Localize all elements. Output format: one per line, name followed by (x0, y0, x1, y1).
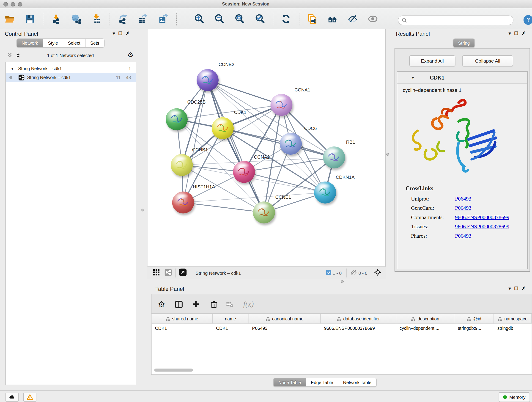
open-file-icon[interactable] (3, 13, 16, 25)
table-options-gear-icon[interactable]: ⚙ (156, 298, 167, 310)
zoom-in-icon[interactable] (193, 13, 205, 25)
edge-CDKN1A-HIST1H1A[interactable] (183, 192, 325, 203)
cell-shared-name[interactable]: CDK1 (152, 324, 213, 333)
column-header-canonical-name[interactable]: canonical name (249, 314, 321, 324)
column-header-shared-name[interactable]: shared name (152, 314, 213, 324)
edge-HIST1H1A-CCNE1[interactable] (183, 203, 264, 213)
crosslink-link[interactable]: P06493 (455, 205, 471, 211)
cell-database-identifier[interactable]: 9606.ENSP00000378699 (321, 324, 396, 333)
expand-all-networks-icon[interactable] (7, 52, 13, 60)
edge-CDK1-RB1[interactable] (223, 128, 334, 158)
close-panel-icon[interactable]: ✗ (522, 286, 525, 291)
delete-table-icon[interactable] (224, 298, 235, 310)
tab-select[interactable]: Select (63, 39, 85, 47)
node-CCNA1[interactable] (271, 94, 293, 116)
copy-document-icon[interactable] (306, 13, 318, 25)
close-panel-icon[interactable]: ✗ (126, 31, 129, 36)
selected-checkbox-icon[interactable] (326, 270, 331, 276)
node-CDC6[interactable] (280, 133, 302, 155)
collapse-all-button[interactable]: Collapse All (462, 56, 513, 66)
zoom-fit-icon[interactable] (234, 13, 246, 25)
show-column-icon[interactable] (173, 298, 185, 310)
float-panel-icon[interactable]: ▾ (509, 286, 511, 291)
edge-CCNB2-CCNE1[interactable] (208, 80, 264, 213)
crosslink-link[interactable]: 9606.ENSP00000378699 (455, 223, 509, 230)
maximize-panel-icon[interactable]: ❑ (514, 286, 518, 291)
warning-status-button[interactable] (23, 393, 36, 402)
float-panel-icon[interactable]: ▾ (113, 31, 115, 36)
node-CCNB1[interactable] (171, 154, 193, 176)
node-CCNA2[interactable] (233, 161, 255, 183)
node-CDC25B[interactable] (166, 108, 188, 130)
tab-network-table[interactable]: Network Table (338, 378, 376, 386)
network-canvas[interactable]: CCNB2 CCNA1 CDC25B CDK1 (147, 29, 386, 279)
node-table[interactable]: shared namename canonical name database … (151, 313, 532, 375)
create-column-plus-icon[interactable] (190, 298, 202, 310)
hidden-eye-slash-icon[interactable] (350, 269, 357, 277)
cell-name[interactable]: CDK1 (213, 324, 249, 333)
help-button[interactable]: ? (524, 15, 532, 25)
maximize-panel-icon[interactable]: ❑ (119, 31, 122, 36)
node-CCNB2[interactable] (196, 69, 219, 91)
show-graphics-details-icon[interactable] (367, 13, 379, 25)
node-CDKN1A[interactable] (314, 182, 336, 204)
column-header-name[interactable]: name (213, 314, 249, 324)
search-box[interactable] (398, 16, 513, 25)
crosslink-link[interactable]: P06493 (455, 196, 471, 202)
cell--id[interactable]: stringdb:9... (455, 324, 494, 333)
table-row[interactable]: CDK1CDK1P064939606.ENSP00000378699cyclin… (152, 324, 532, 333)
tab-node-table[interactable]: Node Table (273, 378, 306, 386)
float-panel-icon[interactable]: ▾ (509, 31, 511, 36)
tab-string[interactable]: String (453, 39, 475, 47)
tab-edge-table[interactable]: Edge Table (306, 378, 338, 386)
search-input[interactable] (407, 17, 510, 23)
node-HIST1H1A[interactable] (172, 191, 194, 214)
horizontal-scrollbar-thumb[interactable] (154, 369, 193, 372)
column-header--id[interactable]: @id (455, 314, 494, 324)
expand-all-button[interactable]: Expand All (409, 56, 456, 66)
export-table-icon[interactable] (137, 13, 149, 25)
import-database-icon[interactable] (70, 13, 82, 25)
cloud-status-button[interactable] (6, 393, 19, 402)
network-collection-row[interactable]: ▼ String Network – cdk1 1 (6, 64, 136, 73)
import-network-icon[interactable] (50, 13, 62, 25)
string-badge-gray-icon[interactable] (165, 269, 172, 277)
hide-graphics-details-icon[interactable] (346, 13, 359, 25)
network-row-selected[interactable]: String Network – cdk1 11 48 (6, 73, 136, 82)
memory-button[interactable]: Memory (499, 392, 530, 402)
zoom-selected-icon[interactable] (254, 13, 266, 25)
tab-style[interactable]: Style (43, 39, 63, 47)
cell-description[interactable]: cyclin–dependent ... (396, 324, 455, 333)
maximize-panel-icon[interactable]: ❑ (514, 31, 518, 36)
export-network-icon[interactable] (117, 13, 129, 25)
network-overview-icon[interactable] (326, 13, 339, 25)
zoom-out-icon[interactable] (213, 13, 225, 25)
right-splitter-handle[interactable] (386, 153, 389, 156)
node-CDK1[interactable] (212, 117, 234, 139)
function-builder-fx[interactable]: f(x) (240, 298, 257, 310)
refresh-layout-icon[interactable] (280, 13, 292, 25)
collapse-entry-arrow-icon[interactable]: ▼ (411, 75, 415, 80)
cell-canonical-name[interactable]: P06493 (249, 324, 321, 333)
crosslink-link[interactable]: P06493 (455, 233, 471, 239)
node-details-header[interactable]: ▼ CDK1 (397, 71, 527, 84)
save-session-icon[interactable] (24, 13, 36, 25)
bottom-splitter-handle[interactable] (341, 280, 344, 283)
column-header-namespace[interactable]: namespace (494, 314, 532, 324)
collapse-all-networks-icon[interactable] (15, 52, 21, 60)
column-header-description[interactable]: description (396, 314, 455, 324)
tab-network[interactable]: Network (17, 39, 43, 47)
birdseye-grid-icon[interactable] (153, 269, 160, 277)
network-options-gear-icon[interactable]: ⚙ (128, 51, 133, 59)
open-in-window-icon[interactable] (179, 269, 187, 278)
close-panel-icon[interactable]: ✗ (522, 31, 525, 36)
column-header-database-identifier[interactable]: database identifier (321, 314, 396, 324)
delete-column-trash-icon[interactable] (208, 298, 220, 310)
cell-namespace[interactable]: stringdb (494, 324, 532, 333)
node-RB1[interactable] (323, 147, 345, 168)
left-splitter-handle[interactable] (141, 209, 144, 211)
import-table-icon[interactable] (90, 13, 103, 25)
node-CCNE1[interactable] (253, 201, 275, 223)
tab-sets[interactable]: Sets (85, 39, 104, 47)
export-image-icon[interactable] (157, 13, 170, 25)
